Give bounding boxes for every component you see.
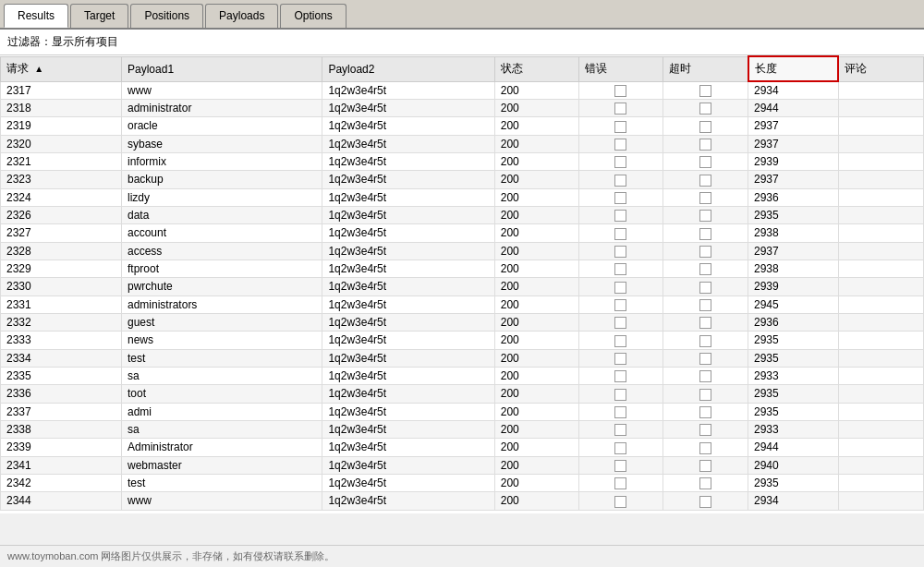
cell-error-checkbox[interactable] xyxy=(614,282,626,294)
cell-error xyxy=(578,420,663,438)
table-row[interactable]: 2332guest1q2w3e4r5t2002936 xyxy=(1,313,924,331)
col-comment[interactable]: 评论 xyxy=(838,56,923,81)
col-request[interactable]: 请求 ▲ xyxy=(1,56,122,81)
table-row[interactable]: 2333news1q2w3e4r5t2002935 xyxy=(1,332,924,349)
table-row[interactable]: 2342test1q2w3e4r5t2002935 xyxy=(1,474,924,491)
cell-timeout-checkbox[interactable] xyxy=(699,282,711,294)
cell-error-checkbox[interactable] xyxy=(614,353,626,365)
tab-options[interactable]: Options xyxy=(280,4,346,28)
cell-error-checkbox[interactable] xyxy=(614,210,626,222)
cell-timeout-checkbox[interactable] xyxy=(699,210,711,222)
table-row[interactable]: 2344www1q2w3e4r5t2002934 xyxy=(1,492,924,510)
col-timeout[interactable]: 超时 xyxy=(663,56,748,81)
cell-error-checkbox[interactable] xyxy=(614,317,626,329)
table-row[interactable]: 2341webmaster1q2w3e4r5t2002940 xyxy=(1,456,924,474)
table-row[interactable]: 2326data1q2w3e4r5t2002935 xyxy=(1,206,924,223)
tab-positions[interactable]: Positions xyxy=(130,4,203,28)
cell-error-checkbox[interactable] xyxy=(614,263,626,275)
cell-timeout-checkbox[interactable] xyxy=(699,406,711,418)
cell-timeout-checkbox[interactable] xyxy=(699,389,711,401)
cell-timeout-checkbox[interactable] xyxy=(699,460,711,472)
col-length[interactable]: 长度 xyxy=(748,56,839,81)
table-row[interactable]: 2321informix1q2w3e4r5t2002939 xyxy=(1,152,924,170)
cell-error-checkbox[interactable] xyxy=(614,406,626,418)
table-row[interactable]: 2328access1q2w3e4r5t2002937 xyxy=(1,242,924,259)
results-table-container[interactable]: 请求 ▲ Payload1 Payload2 状态 错误 超时 xyxy=(0,55,924,513)
cell-error-checkbox[interactable] xyxy=(614,442,626,454)
table-row[interactable]: 2319oracle1q2w3e4r5t2002937 xyxy=(1,117,924,135)
cell-error-checkbox[interactable] xyxy=(614,424,626,436)
cell-timeout-checkbox[interactable] xyxy=(699,442,711,454)
cell-request: 2338 xyxy=(1,420,122,438)
cell-error-checkbox[interactable] xyxy=(614,192,626,204)
cell-payload1: sybase xyxy=(122,135,322,152)
cell-timeout-checkbox[interactable] xyxy=(699,353,711,365)
cell-error-checkbox[interactable] xyxy=(614,496,626,508)
cell-timeout-checkbox[interactable] xyxy=(699,335,711,347)
cell-error-checkbox[interactable] xyxy=(614,460,626,472)
table-row[interactable]: 2320sybase1q2w3e4r5t2002937 xyxy=(1,135,924,152)
cell-payload2: 1q2w3e4r5t xyxy=(322,224,494,242)
cell-error-checkbox[interactable] xyxy=(614,246,626,258)
cell-timeout-checkbox[interactable] xyxy=(699,496,711,508)
table-row[interactable]: 2338sa1q2w3e4r5t2002933 xyxy=(1,420,924,438)
cell-error-checkbox[interactable] xyxy=(614,299,626,311)
cell-error xyxy=(578,224,663,242)
cell-timeout-checkbox[interactable] xyxy=(699,424,711,436)
cell-timeout-checkbox[interactable] xyxy=(699,477,711,489)
table-row[interactable]: 2335sa1q2w3e4r5t2002933 xyxy=(1,367,924,384)
cell-comment xyxy=(838,135,923,152)
cell-payload2: 1q2w3e4r5t xyxy=(322,332,494,349)
cell-timeout-checkbox[interactable] xyxy=(699,192,711,204)
cell-timeout-checkbox[interactable] xyxy=(699,263,711,275)
cell-timeout-checkbox[interactable] xyxy=(699,139,711,151)
cell-error-checkbox[interactable] xyxy=(614,121,626,133)
table-row[interactable]: 2324lizdy1q2w3e4r5t2002936 xyxy=(1,188,924,206)
col-payload1[interactable]: Payload1 xyxy=(122,56,322,81)
cell-status: 200 xyxy=(494,188,578,206)
table-row[interactable]: 2336toot1q2w3e4r5t2002935 xyxy=(1,385,924,403)
cell-timeout-checkbox[interactable] xyxy=(699,228,711,240)
cell-payload1: test xyxy=(122,474,322,491)
table-row[interactable]: 2339Administrator1q2w3e4r5t2002944 xyxy=(1,439,924,456)
cell-error-checkbox[interactable] xyxy=(614,156,626,168)
table-row[interactable]: 2317www1q2w3e4r5t2002934 xyxy=(1,81,924,100)
cell-status: 200 xyxy=(494,367,578,384)
cell-timeout-checkbox[interactable] xyxy=(699,175,711,187)
table-row[interactable]: 2327account1q2w3e4r5t2002938 xyxy=(1,224,924,242)
cell-timeout-checkbox[interactable] xyxy=(699,370,711,382)
cell-error-checkbox[interactable] xyxy=(614,103,626,115)
cell-timeout-checkbox[interactable] xyxy=(699,299,711,311)
cell-error xyxy=(578,349,663,367)
cell-error-checkbox[interactable] xyxy=(614,139,626,151)
tab-payloads[interactable]: Payloads xyxy=(205,4,278,28)
cell-timeout-checkbox[interactable] xyxy=(699,121,711,133)
col-error[interactable]: 错误 xyxy=(578,56,663,81)
table-row[interactable]: 2337admi1q2w3e4r5t2002935 xyxy=(1,403,924,420)
table-row[interactable]: 2334test1q2w3e4r5t2002935 xyxy=(1,349,924,367)
tab-results[interactable]: Results xyxy=(4,4,68,28)
cell-error-checkbox[interactable] xyxy=(614,228,626,240)
table-row[interactable]: 2318administrator1q2w3e4r5t2002944 xyxy=(1,100,924,117)
cell-error-checkbox[interactable] xyxy=(614,85,626,97)
col-payload2[interactable]: Payload2 xyxy=(322,56,494,81)
cell-error-checkbox[interactable] xyxy=(614,477,626,489)
cell-error-checkbox[interactable] xyxy=(614,389,626,401)
cell-timeout-checkbox[interactable] xyxy=(699,156,711,168)
table-row[interactable]: 2323backup1q2w3e4r5t2002937 xyxy=(1,171,924,188)
cell-error-checkbox[interactable] xyxy=(614,370,626,382)
cell-timeout-checkbox[interactable] xyxy=(699,317,711,329)
table-row[interactable]: 2331administrators1q2w3e4r5t2002945 xyxy=(1,296,924,313)
col-status[interactable]: 状态 xyxy=(494,56,578,81)
cell-error-checkbox[interactable] xyxy=(614,175,626,187)
cell-comment xyxy=(838,278,923,296)
cell-length: 2937 xyxy=(748,135,839,152)
cell-timeout-checkbox[interactable] xyxy=(699,85,711,97)
cell-timeout-checkbox[interactable] xyxy=(699,246,711,258)
cell-timeout-checkbox[interactable] xyxy=(699,103,711,115)
table-row[interactable]: 2330pwrchute1q2w3e4r5t2002939 xyxy=(1,278,924,296)
cell-error-checkbox[interactable] xyxy=(614,335,626,347)
tab-target[interactable]: Target xyxy=(70,4,128,28)
cell-payload1: www xyxy=(122,492,322,510)
table-row[interactable]: 2329ftproot1q2w3e4r5t2002938 xyxy=(1,259,924,277)
